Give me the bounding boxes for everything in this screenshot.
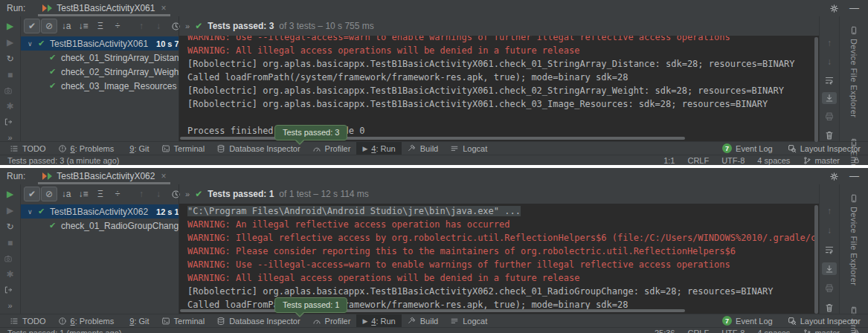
toolwindow-button-build[interactable]: Build bbox=[402, 314, 444, 328]
expander-chevron-icon[interactable]: ∨ bbox=[28, 40, 38, 48]
scroll-to-end-icon[interactable] bbox=[822, 92, 837, 104]
expander-chevron-icon[interactable]: ∨ bbox=[28, 208, 38, 216]
rerun-icon[interactable]: ▶ bbox=[4, 189, 17, 199]
horizontal-scrollbar[interactable] bbox=[180, 137, 685, 140]
tab-close-icon[interactable]: × bbox=[161, 3, 166, 13]
previous-failed-test-icon[interactable]: ↑ bbox=[133, 187, 150, 201]
toolwindow-button-terminal[interactable]: Terminal bbox=[155, 314, 211, 328]
event-log-button[interactable]: 7 Event Log bbox=[722, 143, 773, 153]
show-ignored-icon[interactable]: ⊘ bbox=[41, 187, 57, 201]
sort-alphabetically-icon[interactable]: ↓a bbox=[58, 19, 74, 33]
test-class-row[interactable]: ∨✔TestB1BasicActivityX062(org.aplas.basi… bbox=[21, 204, 179, 219]
next-failed-test-icon[interactable]: ↓ bbox=[150, 19, 167, 33]
gear-icon[interactable] bbox=[829, 172, 839, 181]
scroll-up-icon[interactable]: ↑ bbox=[822, 37, 837, 49]
toolwindow-button-logcat[interactable]: Logcat bbox=[444, 142, 493, 155]
test-method-row[interactable]: ✔check_02_StringArray_Weight327 ms bbox=[21, 65, 179, 79]
vertical-scrollbar[interactable] bbox=[814, 37, 818, 142]
exit-icon[interactable] bbox=[4, 285, 17, 294]
toolwindow-button-profiler[interactable]: Profiler bbox=[306, 142, 357, 155]
settings-icon[interactable]: ✱ bbox=[4, 101, 17, 111]
scroll-up-icon[interactable]: ↑ bbox=[822, 205, 837, 218]
rerun-icon[interactable]: ▶ bbox=[4, 21, 17, 31]
horizontal-scrollbar[interactable] bbox=[180, 309, 685, 312]
next-failed-test-icon[interactable]: ↓ bbox=[150, 187, 167, 201]
gear-icon[interactable] bbox=[829, 4, 839, 13]
line-endings[interactable]: CRLF bbox=[687, 329, 709, 333]
test-method-row[interactable]: ✔check_01_StringArray_Distance10 s 64 ms bbox=[21, 51, 179, 65]
print-icon[interactable] bbox=[822, 111, 837, 123]
toolwindow-button-problems[interactable]: 6: Problems bbox=[52, 314, 120, 328]
event-log-button[interactable]: 7 Event Log bbox=[722, 316, 773, 326]
caret-position[interactable]: 1:1 bbox=[663, 156, 675, 165]
previous-failed-test-icon[interactable]: ↑ bbox=[133, 19, 150, 33]
show-ignored-icon[interactable]: ⊘ bbox=[41, 19, 57, 33]
test-method-row[interactable]: ✔check_03_Image_Resources364 ms bbox=[21, 79, 179, 93]
indent-setting[interactable]: 4 spaces bbox=[757, 156, 790, 165]
toolbar-overflow-icon[interactable]: » bbox=[185, 22, 190, 30]
collapse-all-icon[interactable]: ÷ bbox=[109, 187, 126, 201]
sort-by-duration-icon[interactable]: ↓≡ bbox=[75, 19, 91, 33]
test-class-row[interactable]: ∨✔TestB1BasicActivityX061(org.aplas.basi… bbox=[21, 36, 179, 51]
stop-icon[interactable]: ■ bbox=[4, 70, 17, 80]
toolwindow-button-run[interactable]: ▶4: Run bbox=[356, 314, 401, 328]
toolwindow-button-problems[interactable]: 6: Problems bbox=[52, 142, 120, 155]
sync-icon[interactable]: ↻ bbox=[4, 54, 17, 64]
show-passed-icon[interactable]: ✔ bbox=[24, 19, 40, 33]
stop-icon[interactable]: ■ bbox=[4, 238, 17, 248]
run-config-tab[interactable]: TestB1BasicActivityX061 × bbox=[37, 0, 171, 16]
sort-by-duration-icon[interactable]: ↓≡ bbox=[75, 187, 91, 201]
exit-icon[interactable] bbox=[4, 117, 17, 126]
sidebar-stripe-device[interactable]: Device File Explorer bbox=[849, 26, 858, 117]
minimize-icon[interactable]: — bbox=[849, 4, 859, 12]
toolwindow-button-logcat[interactable]: Logcat bbox=[444, 314, 493, 328]
toolwindow-button-terminal[interactable]: Terminal bbox=[155, 142, 211, 155]
sidebar-stripe-device[interactable]: Device File Explorer bbox=[849, 194, 858, 285]
screenshot-icon[interactable] bbox=[4, 86, 17, 95]
collapse-all-icon[interactable]: ÷ bbox=[109, 19, 126, 33]
soft-wrap-icon[interactable] bbox=[822, 244, 837, 256]
toolwindow-button-git[interactable]: 9: Git bbox=[120, 142, 155, 155]
run-config-tab[interactable]: TestB1BasicActivityX062 × bbox=[37, 168, 171, 184]
more-icon[interactable]: » bbox=[4, 300, 17, 311]
toolwindow-button-build[interactable]: Build bbox=[402, 142, 444, 155]
toolwindow-button-todo[interactable]: TODO bbox=[4, 314, 52, 328]
toolwindow-button-database[interactable]: Database Inspector bbox=[210, 142, 306, 155]
minimize-icon[interactable]: — bbox=[849, 172, 859, 180]
clear-all-icon[interactable] bbox=[822, 129, 837, 141]
caret-position[interactable]: 25:36 bbox=[655, 329, 675, 333]
toolwindow-button-database[interactable]: Database Inspector bbox=[210, 314, 306, 328]
toolbar-overflow-icon[interactable]: » bbox=[185, 190, 190, 198]
line-endings[interactable]: CRLF bbox=[687, 156, 709, 165]
sync-icon[interactable]: ↻ bbox=[4, 222, 17, 232]
scroll-down-icon[interactable]: ↓ bbox=[822, 224, 837, 237]
indent-setting[interactable]: 4 spaces bbox=[757, 329, 790, 333]
expand-all-icon[interactable]: Ξ bbox=[92, 19, 109, 33]
toolwindow-button-profiler[interactable]: Profiler bbox=[306, 314, 357, 328]
vertical-scrollbar[interactable] bbox=[814, 205, 818, 314]
git-branch-widget[interactable]: master bbox=[803, 156, 840, 165]
file-encoding[interactable]: UTF-8 bbox=[721, 156, 745, 165]
toolwindow-button-git[interactable]: 9: Git bbox=[120, 314, 155, 328]
toolwindow-button-run[interactable]: ▶4: Run bbox=[356, 142, 401, 155]
clear-all-icon[interactable] bbox=[822, 301, 837, 314]
sort-alphabetically-icon[interactable]: ↓a bbox=[58, 187, 74, 201]
rerun-failed-icon[interactable]: ▶ bbox=[4, 205, 17, 216]
git-branch-widget[interactable]: master bbox=[803, 329, 840, 333]
scroll-down-icon[interactable]: ↓ bbox=[822, 56, 837, 68]
tab-close-icon[interactable]: × bbox=[161, 171, 166, 181]
print-icon[interactable] bbox=[822, 282, 837, 294]
test-method-row[interactable]: ✔check_01_RadioGroupChange12 s 114 ms bbox=[21, 219, 179, 233]
toolwindow-button-todo[interactable]: TODO bbox=[4, 142, 52, 155]
expand-all-icon[interactable]: Ξ bbox=[92, 187, 109, 201]
rerun-failed-icon[interactable]: ▶ bbox=[4, 37, 17, 48]
layout-inspector-button[interactable]: Layout Inspector bbox=[788, 317, 861, 326]
layout-inspector-button[interactable]: Layout Inspector bbox=[788, 144, 861, 153]
screenshot-icon[interactable] bbox=[4, 254, 17, 263]
file-encoding[interactable]: UTF-8 bbox=[721, 329, 745, 333]
scroll-to-end-icon[interactable] bbox=[822, 262, 837, 275]
status-message: Tests passed: 3 (a minute ago) bbox=[7, 156, 119, 165]
soft-wrap-icon[interactable] bbox=[822, 74, 837, 86]
show-passed-icon[interactable]: ✔ bbox=[24, 187, 40, 201]
settings-icon[interactable]: ✱ bbox=[4, 269, 17, 279]
